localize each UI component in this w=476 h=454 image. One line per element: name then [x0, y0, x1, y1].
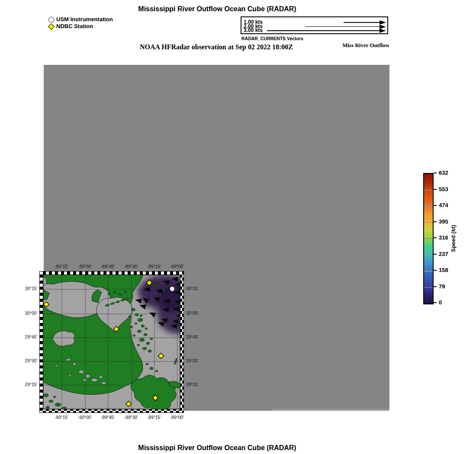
vector-scale-line: [267, 30, 381, 31]
figure-title-top: Mississippi River Outflow Ocean Cube (RA…: [0, 5, 434, 13]
corner-note: Miss River Outflow: [303, 42, 389, 49]
map-y-tick-right: 30°00': [186, 311, 204, 316]
colorbar-tick-label: 158: [439, 267, 448, 273]
map-x-tick-top: -89°00': [165, 264, 189, 269]
data-extent-strip: [272, 409, 389, 411]
vector-scale-arrowhead-icon: [380, 20, 386, 25]
map-y-tick-right: 29°15': [186, 382, 204, 387]
map-x-tick-bottom: -90°00': [73, 415, 96, 420]
map-y-tick-right: 30°15': [186, 286, 204, 291]
colorbar-tick-label: 474: [439, 202, 448, 208]
figure-title-bottom: Mississippi River Outflow Ocean Cube (RA…: [0, 444, 434, 452]
map-checkered-frame: [39, 271, 184, 413]
vector-scale-line: [306, 26, 381, 27]
map-x-tick-bottom: -90°15': [50, 415, 73, 420]
vector-scale-arrowhead-icon: [380, 29, 386, 33]
colorbar-contour-line: [424, 287, 433, 288]
vector-scale-row-label: 3.00 kts: [244, 27, 263, 33]
map-y-tick-left: 29°45': [19, 335, 37, 340]
usm-legend-label: USM Instrumentation: [56, 16, 113, 23]
colorbar-tick-mark: [434, 254, 437, 255]
colorbar-tick-mark: [434, 302, 437, 303]
map-y-tick-left: 29°15': [19, 382, 37, 387]
colorbar-tick-mark: [434, 173, 437, 173]
colorbar-contour-line: [424, 190, 433, 191]
map-x-tick-top: -89°30': [119, 264, 143, 269]
colorbar-tick-mark: [434, 270, 437, 271]
usm-station-marker: [170, 286, 175, 291]
map-y-tick-right: 29°30': [186, 358, 204, 364]
colorbar-contour-line: [424, 238, 433, 239]
colorbar-tick-mark: [434, 189, 437, 190]
colorbar-contour-line: [424, 222, 433, 223]
map-area: [43, 275, 180, 409]
map-x-tick-top: -89°45': [96, 264, 119, 269]
colorbar: [423, 173, 434, 304]
legend-row-usm: USM Instrumentation: [48, 16, 113, 23]
vector-scale-arrowhead-icon: [380, 25, 386, 29]
colorbar-contour-line: [424, 255, 433, 256]
map-y-tick-right: 29°45': [186, 335, 204, 340]
colorbar-contour-line: [424, 206, 433, 207]
colorbar-tick-label: 553: [439, 186, 448, 192]
ndbc-legend-label: NDBC Station: [56, 23, 93, 30]
colorbar-tick-mark: [434, 205, 437, 206]
marker-legend: USM Instrumentation NDBC Station: [48, 16, 113, 30]
legend-row-ndbc: NDBC Station: [48, 23, 113, 30]
colorbar-tick-mark: [434, 221, 437, 222]
vector-scale-line: [344, 22, 381, 22]
colorbar-tick-label: 0: [439, 299, 442, 306]
colorbar-tick-mark: [434, 237, 437, 238]
map-x-tick-top: -90°00': [73, 264, 96, 269]
colorbar-tick-mark: [434, 286, 437, 287]
figure-canvas: Mississippi River Outflow Ocean Cube (RA…: [0, 0, 476, 454]
map-x-tick-top: -89°15': [142, 264, 166, 269]
map-x-tick-bottom: -89°45': [96, 415, 119, 420]
colorbar-contour-line: [424, 271, 433, 272]
map-x-tick-bottom: -89°30': [119, 415, 143, 420]
vector-scale-box: 1.00 kts2.00 kts3.00 kts: [241, 16, 388, 34]
map-x-tick-bottom: -89°15': [142, 415, 166, 420]
colorbar-tick-label: 632: [439, 169, 448, 176]
colorbar-tick-label: 237: [439, 251, 448, 257]
colorbar-axis-label: Speed (kt): [450, 217, 457, 260]
usm-circle-icon: [48, 17, 54, 22]
vector-scale-caption: RADAR_CURRENTS Vectors: [241, 36, 303, 41]
ndbc-diamond-icon: [48, 23, 55, 30]
map-y-tick-left: 30°15': [19, 286, 37, 291]
colorbar-tick-label: 395: [439, 218, 448, 225]
map-svg: [43, 275, 180, 409]
map-x-tick-top: -90°15': [50, 264, 73, 269]
colorbar-tick-label: 316: [439, 234, 448, 241]
colorbar-tick-label: 79: [439, 283, 445, 290]
map-y-tick-left: 29°30': [19, 358, 37, 364]
map-y-tick-left: 30°00': [19, 311, 37, 316]
map-x-tick-bottom: -89°00': [165, 415, 189, 420]
